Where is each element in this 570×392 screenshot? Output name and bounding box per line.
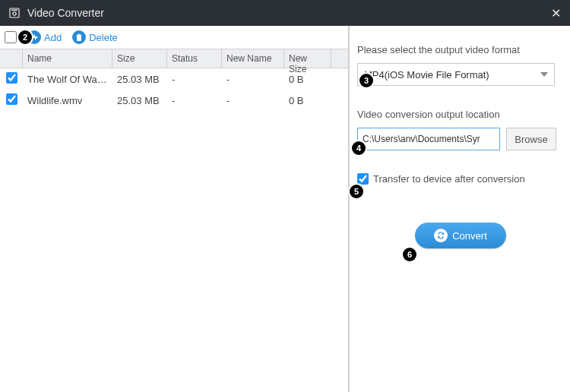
toolbar: Add Delete — [0, 26, 348, 49]
left-panel: Add Delete Name Size Status New Name New… — [0, 26, 350, 392]
svg-rect-2 — [11, 10, 17, 11]
format-label: Please select the output video format — [357, 44, 556, 55]
header-newname: New Name — [222, 49, 284, 68]
output-path-input[interactable] — [357, 128, 500, 150]
header-newsize: New Size — [284, 49, 331, 68]
table-row[interactable]: Wildlife.wmv 25.03 MB - - 0 B — [0, 90, 348, 111]
cell-newname: - — [222, 74, 284, 85]
format-select[interactable]: MP4(iOS Movie File Format) — [357, 63, 555, 86]
add-label: Add — [44, 32, 62, 43]
chevron-down-icon — [540, 72, 548, 77]
annotation-marker-4: 4 — [352, 141, 366, 155]
cell-name: Wildlife.wmv — [23, 95, 112, 106]
header-size: Size — [112, 49, 167, 68]
cell-status: - — [167, 74, 222, 85]
cell-newname: - — [222, 95, 284, 106]
header-status: Status — [167, 49, 222, 68]
cell-newsize: 0 B — [284, 74, 331, 85]
output-label: Video conversion output location — [357, 109, 556, 120]
table-row[interactable]: The Wolf Of Wall S... 25.03 MB - - 0 B — [0, 68, 348, 90]
window-title: Video Converter — [27, 7, 104, 19]
cell-newsize: 0 B — [284, 95, 331, 106]
browse-button[interactable]: Browse — [506, 128, 556, 150]
format-value: MP4(iOS Movie File Format) — [364, 69, 489, 81]
convert-button[interactable]: Convert — [415, 223, 506, 248]
annotation-marker-3: 3 — [359, 74, 373, 87]
svg-point-1 — [13, 12, 16, 15]
cell-name: The Wolf Of Wall S... — [23, 74, 112, 85]
app-icon — [8, 6, 21, 20]
annotation-marker-2: 2 — [18, 30, 32, 44]
add-button[interactable]: Add — [27, 30, 62, 44]
close-icon[interactable]: ✕ — [551, 6, 561, 21]
titlebar: Video Converter ✕ — [0, 0, 570, 26]
convert-icon — [434, 229, 448, 242]
cell-size: 25.03 MB — [112, 95, 167, 106]
annotation-marker-6: 6 — [403, 248, 416, 261]
transfer-label: Transfer to device after conversion — [373, 173, 525, 185]
header-name: Name — [23, 49, 112, 68]
transfer-checkbox[interactable] — [357, 173, 369, 185]
select-all-checkbox[interactable] — [5, 31, 17, 43]
right-panel: Please select the output video format MP… — [350, 26, 570, 392]
browse-label: Browse — [515, 134, 547, 145]
row-checkbox[interactable] — [6, 72, 17, 84]
row-checkbox[interactable] — [6, 93, 17, 105]
cell-size: 25.03 MB — [112, 74, 167, 85]
convert-label: Convert — [452, 230, 487, 242]
table-body: The Wolf Of Wall S... 25.03 MB - - 0 B W… — [0, 68, 348, 392]
cell-status: - — [167, 95, 222, 106]
delete-label: Delete — [89, 32, 118, 43]
delete-button[interactable]: Delete — [72, 30, 118, 44]
annotation-marker-5: 5 — [350, 185, 363, 198]
delete-icon — [72, 30, 86, 44]
table-header: Name Size Status New Name New Size — [0, 49, 348, 68]
